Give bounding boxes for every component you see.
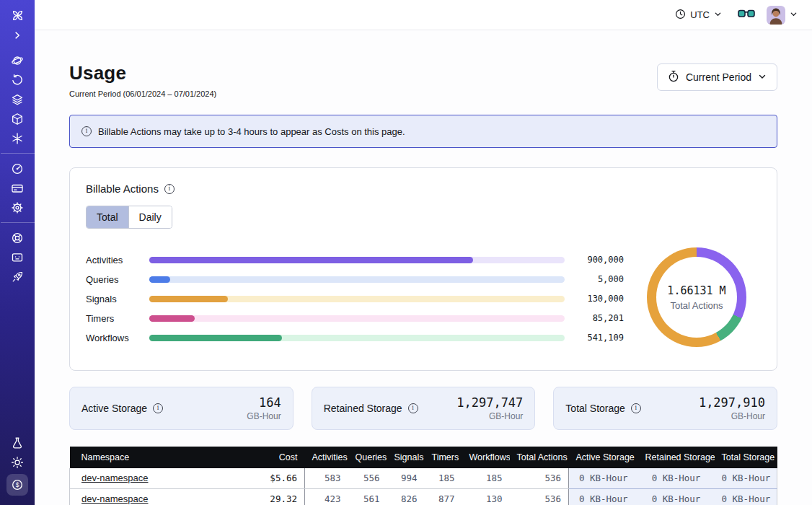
- chevron-right-icon[interactable]: [6, 26, 28, 44]
- bar-row-workflows: Workflows541,109: [86, 328, 624, 348]
- storage-card-value: 1,297,910: [699, 395, 765, 410]
- storage-card-value: 164: [247, 395, 281, 410]
- layers-icon[interactable]: [6, 90, 28, 108]
- cell-total-storage: 0 KB-Hour: [715, 468, 777, 488]
- flask-icon[interactable]: [6, 434, 28, 452]
- storage-card-label: Active Storage: [81, 403, 147, 414]
- current-period-subtitle: Current Period (06/01/2024 – 07/01/2024): [69, 89, 216, 98]
- table-row: dev-namespace$5.665835569941851855360 KB…: [70, 468, 777, 488]
- storage-card-total-storage: Total Storage1,297,910GB-Hour: [553, 387, 777, 430]
- bar-row-activities: Activities900,000: [86, 250, 624, 270]
- period-selector[interactable]: Current Period: [657, 63, 777, 91]
- history-icon[interactable]: [6, 71, 28, 89]
- period-selector-label: Current Period: [686, 71, 751, 83]
- cell-namespace: dev-namespace: [70, 468, 237, 488]
- sidebar-divider: [1, 153, 35, 154]
- column-header-queries: Queries: [348, 447, 387, 468]
- info-icon[interactable]: [631, 403, 641, 413]
- column-header-retained-storage: Retained Storage: [638, 447, 715, 468]
- page-title: Usage: [69, 62, 216, 84]
- cell-total-storage: 0 KB-Hour: [715, 488, 777, 505]
- topbar: UTC: [35, 0, 812, 30]
- namespace-link[interactable]: dev-namespace: [81, 493, 149, 504]
- glasses-button[interactable]: [738, 9, 755, 21]
- svg-text:$: $: [16, 481, 19, 488]
- donut-total-label: Total Actions: [671, 300, 723, 311]
- cell-timers: 877: [425, 488, 462, 505]
- bar-fill: [149, 315, 195, 322]
- cell-total-actions: 536: [510, 488, 569, 505]
- dollar-coin-icon[interactable]: $: [6, 474, 28, 496]
- bar-value: 5,000: [578, 274, 624, 284]
- storage-card-label: Retained Storage: [324, 403, 402, 414]
- billable-actions-title: Billable Actions: [86, 183, 159, 195]
- credit-card-icon[interactable]: [6, 179, 28, 197]
- bar-fill: [149, 257, 473, 263]
- monitor-icon[interactable]: [6, 248, 28, 266]
- bar-fill: [149, 296, 228, 302]
- bar-label: Signals: [86, 294, 149, 304]
- timezone-selector[interactable]: UTC: [671, 8, 726, 22]
- column-header-activities: Activities: [305, 447, 348, 468]
- bar-track: [149, 315, 565, 322]
- cell-active-storage: 0 KB-Hour: [569, 468, 638, 488]
- gauge-icon[interactable]: [6, 159, 28, 177]
- total-actions-donut-chart: 1.66131 M Total Actions: [643, 243, 751, 351]
- bar-fill: [149, 276, 170, 283]
- cell-queries: 556: [348, 468, 387, 488]
- column-header-active-storage: Active Storage: [569, 447, 638, 468]
- bar-row-timers: Timers85,201: [86, 309, 624, 328]
- bar-row-queries: Queries5,000: [86, 270, 624, 289]
- billable-actions-card: Billable Actions Total Daily Activities9…: [69, 167, 777, 371]
- column-header-signals: Signals: [387, 447, 425, 468]
- cell-namespace: dev-namespace: [70, 488, 237, 505]
- chevron-down-icon: [790, 9, 798, 20]
- namespace-usage-table: NamespaceCostActivitiesQueriesSignalsTim…: [69, 447, 777, 505]
- info-banner-text: Billable Actions may take up to 3-4 hour…: [98, 126, 405, 137]
- rocket-icon[interactable]: [6, 268, 28, 286]
- temporal-logo[interactable]: [6, 6, 28, 25]
- sun-icon[interactable]: [6, 453, 28, 471]
- column-header-workflows: Workflows: [462, 447, 510, 468]
- asterisk-icon[interactable]: [6, 129, 28, 147]
- table-row: dev-namespace29.324235618268771305360 KB…: [70, 488, 777, 505]
- column-header-timers: Timers: [425, 447, 462, 468]
- stopwatch-icon: [668, 70, 679, 84]
- storage-summary-row: Active Storage164GB-HourRetained Storage…: [69, 387, 777, 430]
- storage-card-label: Total Storage: [565, 403, 625, 414]
- bar-track: [149, 296, 565, 302]
- cell-cost: 29.32: [237, 488, 305, 505]
- bar-value: 900,000: [578, 255, 624, 265]
- bar-label: Timers: [86, 313, 149, 324]
- bar-label: Activities: [86, 255, 149, 265]
- column-header-namespace: Namespace: [70, 447, 237, 468]
- billable-view-toggle: Total Daily: [86, 206, 172, 229]
- account-menu[interactable]: [767, 6, 798, 25]
- storage-card-unit: GB-Hour: [456, 411, 523, 421]
- bar-value: 85,201: [578, 313, 624, 323]
- table-header-row: NamespaceCostActivitiesQueriesSignalsTim…: [70, 447, 777, 468]
- donut-total-value: 1.66131 M: [667, 284, 725, 297]
- namespace-link[interactable]: dev-namespace: [81, 473, 149, 483]
- lifebuoy-icon[interactable]: [6, 229, 28, 247]
- info-banner: Billable Actions may take up to 3-4 hour…: [69, 115, 777, 148]
- info-icon[interactable]: [153, 403, 163, 413]
- gear-icon[interactable]: [6, 198, 28, 216]
- bar-track: [149, 276, 565, 283]
- cell-activities: 583: [305, 468, 348, 488]
- bar-row-signals: Signals130,000: [86, 289, 624, 309]
- cell-workflows: 185: [462, 468, 510, 488]
- bar-track: [149, 335, 565, 341]
- info-icon[interactable]: [408, 403, 418, 413]
- bar-value: 130,000: [578, 294, 624, 304]
- glasses-icon: [738, 9, 755, 21]
- chevron-down-icon: [714, 9, 722, 20]
- cell-activities: 423: [305, 488, 348, 505]
- planet-icon[interactable]: [6, 51, 28, 69]
- cube-icon[interactable]: [6, 110, 28, 128]
- usage-page: Usage Current Period (06/01/2024 – 07/01…: [35, 30, 812, 505]
- info-icon[interactable]: [164, 184, 175, 194]
- cell-timers: 185: [425, 468, 462, 488]
- tab-daily[interactable]: Daily: [128, 206, 172, 228]
- tab-total[interactable]: Total: [87, 206, 128, 228]
